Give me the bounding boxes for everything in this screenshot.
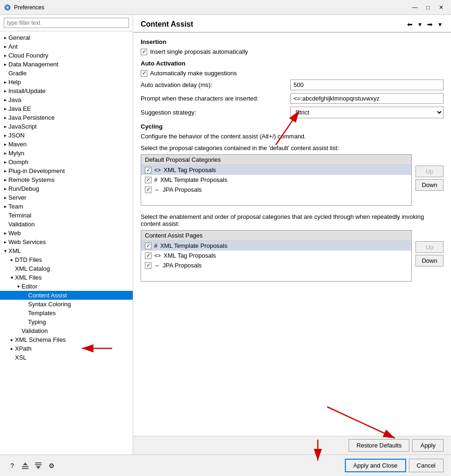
tree-item-java[interactable]: ▸Java: [0, 95, 133, 104]
svg-marker-4: [23, 462, 28, 465]
ap-item-2[interactable]: <> XML Tag Proposals: [141, 251, 411, 260]
javascript-label: JavaScript: [8, 123, 37, 130]
tree-item-general[interactable]: ▸General: [0, 33, 133, 42]
ap2-checkbox[interactable]: [145, 252, 151, 259]
content-assist-label: Content Assist: [28, 292, 67, 299]
tree-item-xpath[interactable]: ▸XPath: [0, 344, 133, 353]
tree-item-json[interactable]: ▸JSON: [0, 131, 133, 140]
ap-item-1[interactable]: # XML Template Proposals: [141, 241, 411, 251]
tree-item-xml-schema-files[interactable]: ▸XML Schema Files: [0, 335, 133, 344]
ap-item-3[interactable]: ↔ JPA Proposals: [141, 260, 411, 270]
tree-item-xsl[interactable]: XSL: [0, 353, 133, 362]
help-label: Help: [8, 79, 21, 86]
insert-single-checkbox[interactable]: [141, 49, 147, 55]
tree-item-xml[interactable]: ▾XML: [0, 246, 133, 255]
delay-input[interactable]: [290, 79, 444, 90]
tree-item-gradle[interactable]: Gradle: [0, 69, 133, 78]
install-update-arrow-icon: ▸: [2, 88, 8, 94]
tree-item-web-services[interactable]: ▸Web Services: [0, 238, 133, 246]
svg-rect-6: [35, 464, 42, 465]
strategy-select[interactable]: Strict Liberal: [290, 107, 444, 118]
tree-item-plugin-development[interactable]: ▸Plug-in Development: [0, 166, 133, 175]
ap1-checkbox[interactable]: [145, 243, 151, 249]
dp1-checkbox[interactable]: [145, 167, 151, 173]
run-debug-label: Run/Debug: [8, 185, 39, 192]
tree-item-web[interactable]: ▸Web: [0, 229, 133, 238]
tree-item-help[interactable]: ▸Help: [0, 78, 133, 87]
nav-dropdown-button[interactable]: ▾: [416, 20, 423, 29]
tree-item-java-ee[interactable]: ▸Java EE: [0, 104, 133, 113]
tree-item-typing[interactable]: Typing: [0, 317, 133, 326]
export-preferences-icon[interactable]: [21, 461, 30, 470]
auto-make-checkbox[interactable]: [141, 70, 147, 77]
xml-schema-files-arrow-icon: ▸: [8, 337, 15, 343]
java-persistence-arrow-icon: ▸: [2, 115, 8, 121]
maven-label: Maven: [8, 141, 27, 148]
dp2-checkbox[interactable]: [145, 177, 151, 183]
install-update-label: Install/Update: [8, 87, 46, 94]
forward-button[interactable]: ➡: [425, 20, 435, 29]
ap1-label: XML Template Proposals: [160, 242, 228, 249]
prompt-input[interactable]: [290, 93, 444, 104]
import-preferences-icon[interactable]: [34, 461, 43, 470]
ap3-icon: ↔: [154, 262, 160, 269]
tree-item-maven[interactable]: ▸Maven: [0, 140, 133, 149]
validation2-label: Validation: [21, 327, 48, 334]
tree-item-mylyn[interactable]: ▸Mylyn: [0, 149, 133, 158]
tree-item-run-debug[interactable]: ▸Run/Debug: [0, 184, 133, 193]
pages-down-button[interactable]: Down: [415, 255, 444, 267]
nav-dropdown2-button[interactable]: ▾: [437, 20, 444, 29]
tree-item-editor[interactable]: ▾Editor: [0, 282, 133, 291]
tree-item-oomph[interactable]: ▸Oomph: [0, 158, 133, 166]
cloud-foundry-label: Cloud Foundry: [8, 52, 48, 59]
tree-item-server[interactable]: ▸Server: [0, 193, 133, 202]
tree-item-team[interactable]: ▸Team: [0, 202, 133, 211]
default-down-button[interactable]: Down: [415, 179, 444, 191]
tree-item-terminal[interactable]: Terminal: [0, 211, 133, 220]
delay-row: Auto activation delay (ms):: [141, 79, 444, 90]
prompt-row: Prompt when these characters are inserte…: [141, 93, 444, 104]
default-proposals-header: Default Proposal Categories: [141, 155, 411, 165]
tree-item-validation[interactable]: Validation: [0, 220, 133, 229]
maximize-button[interactable]: □: [422, 2, 434, 13]
default-proposal-item-2[interactable]: # XML Template Proposals: [141, 175, 411, 185]
tree-item-data-management[interactable]: ▸Data Management: [0, 60, 133, 69]
java-label: Java: [8, 96, 21, 103]
tree-item-validation2[interactable]: Validation: [0, 326, 133, 335]
tree-item-install-update[interactable]: ▸Install/Update: [0, 87, 133, 95]
cancel-button[interactable]: Cancel: [409, 459, 444, 472]
dp1-icon: <>: [154, 167, 161, 173]
tree-item-xml-catalog[interactable]: XML Catalog: [0, 264, 133, 273]
search-input[interactable]: [4, 18, 129, 28]
back-button[interactable]: ⬅: [405, 20, 415, 29]
team-label: Team: [8, 203, 23, 210]
tree-item-xml-files[interactable]: ▾XML Files: [0, 273, 133, 282]
tree-item-ant[interactable]: ▸Ant: [0, 42, 133, 51]
dp1-label: XML Tag Proposals: [164, 166, 216, 173]
tree-item-java-persistence[interactable]: ▸Java Persistence: [0, 113, 133, 122]
tree-item-cloud-foundry[interactable]: ▸Cloud Foundry: [0, 51, 133, 60]
tree-item-dtd-files[interactable]: ▸DTD Files: [0, 255, 133, 264]
svg-rect-5: [35, 462, 42, 463]
tree-item-syntax-coloring[interactable]: Syntax Coloring: [0, 300, 133, 309]
tree-item-content-assist[interactable]: Content Assist: [0, 291, 133, 300]
default-proposal-item-3[interactable]: ↔ JPA Proposals: [141, 185, 411, 195]
delay-label: Auto activation delay (ms):: [141, 81, 290, 88]
tree-item-javascript[interactable]: ▸JavaScript: [0, 122, 133, 131]
java-ee-arrow-icon: ▸: [2, 106, 8, 112]
tree-item-templates[interactable]: Templates: [0, 309, 133, 317]
pages-up-button[interactable]: Up: [415, 241, 444, 253]
default-proposal-item-1[interactable]: <> XML Tag Proposals: [141, 165, 411, 175]
default-up-button[interactable]: Up: [415, 166, 444, 177]
apply-and-close-button[interactable]: Apply and Close: [345, 459, 406, 472]
syntax-coloring-arrow-icon: [21, 301, 28, 308]
apply-button[interactable]: Apply: [412, 439, 444, 452]
dp3-checkbox[interactable]: [145, 187, 151, 193]
minimize-button[interactable]: —: [409, 2, 421, 13]
tree-item-remote-systems[interactable]: ▸Remote Systems: [0, 175, 133, 184]
close-button[interactable]: ✕: [435, 2, 447, 13]
restore-defaults-button[interactable]: Restore Defaults: [349, 439, 410, 452]
help-icon[interactable]: ?: [7, 461, 17, 470]
ap3-checkbox[interactable]: [145, 262, 151, 269]
settings-icon[interactable]: ⚙: [47, 461, 56, 470]
